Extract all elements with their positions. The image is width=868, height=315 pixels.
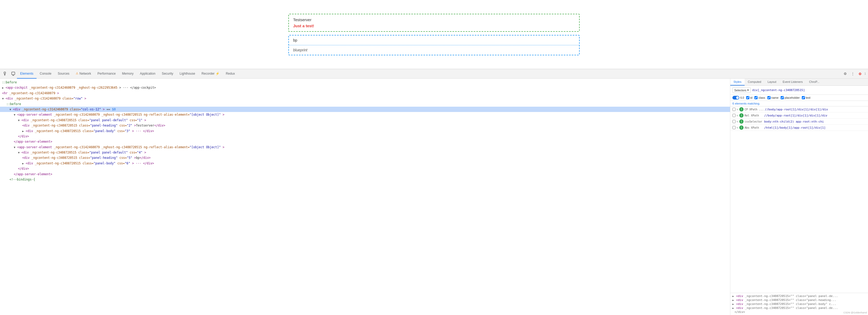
result-2-type: Rel XPath: [745, 114, 763, 117]
dom-line[interactable]: ▼ <app-server-element _ngcontent-ng-c314…: [0, 145, 730, 150]
dom-line[interactable]: </div>: [0, 134, 730, 139]
tab-layout-label: Layout: [768, 80, 776, 84]
result-3-checkbox[interactable]: [733, 120, 736, 123]
dom-line-selected[interactable]: ▼ <div _ngcontent-ng-c3142460079 class="…: [0, 107, 730, 112]
expand-triangle-icon[interactable]: ▶: [22, 130, 24, 133]
device-toolbar-button[interactable]: [9, 70, 17, 77]
expand-triangle-icon[interactable]: ▶: [733, 299, 734, 302]
dom-line[interactable]: </div>: [0, 166, 730, 171]
filter-placeholder: placeholder: [781, 96, 800, 99]
result-2-value: //body/app-root[1]/div[1]/div[1]/div: [764, 114, 827, 117]
expand-triangle-icon[interactable]: ▼: [18, 151, 20, 154]
dom-line[interactable]: ::before: [0, 80, 730, 85]
tab-event-listeners[interactable]: Event Listeners: [780, 78, 806, 86]
tab-redux-label: Redux: [226, 72, 235, 75]
filter-class-label: class: [758, 96, 765, 99]
edit-icon[interactable]: ✎: [737, 120, 738, 123]
dom-pseudo-before: ::before: [2, 81, 17, 84]
result-4-badge: 1: [739, 125, 744, 130]
dom-line[interactable]: <div _ngcontent-ng-c3408720515 class="pa…: [0, 155, 730, 160]
selectors-dropdown[interactable]: Selectors ▾: [733, 87, 751, 93]
tab-chrop-label: ChroP...: [809, 80, 819, 84]
tab-chrop[interactable]: ChroP...: [806, 78, 823, 86]
toggle-label: 6.0: [740, 96, 744, 99]
filter-class-checkbox[interactable]: [754, 96, 757, 99]
expand-triangle-icon[interactable]: ▶: [2, 86, 4, 89]
tab-security[interactable]: Security: [159, 69, 176, 78]
dom-sub-line[interactable]: ▶ <div _ngcontent-ng-c3408720515="" clas…: [730, 298, 868, 302]
devtools-body: ::before ▶ <app-cockpit _ngcontent-ng-c3…: [0, 78, 868, 315]
card-bp-top: bp: [289, 35, 579, 45]
expand-triangle-icon[interactable]: ▶: [733, 295, 734, 297]
tab-performance[interactable]: Performance: [94, 69, 119, 78]
dom-line[interactable]: ▼ <app-server-element _ngcontent-ng-c314…: [0, 112, 730, 117]
dom-line[interactable]: <!--bindings-{: [0, 177, 730, 182]
edit-icon[interactable]: ✎: [737, 114, 738, 117]
tab-redux[interactable]: Redux: [223, 69, 238, 78]
tab-elements[interactable]: Elements: [17, 69, 36, 78]
expand-triangle-icon[interactable]: ▼: [14, 113, 16, 116]
edit-icon[interactable]: ✎: [737, 126, 738, 129]
dom-sub-line[interactable]: ▶ <div _ngcontent-ng-c3408720515="" clas…: [730, 302, 868, 306]
result-1-checkbox[interactable]: [733, 108, 736, 111]
result-row-3[interactable]: ✎ 1 cssSelector body:nth-child(2) app-ro…: [730, 119, 868, 125]
expand-triangle-icon[interactable]: ▶: [22, 162, 24, 165]
dom-line[interactable]: ▶ <div _ngcontent-ng-c3408720515 class="…: [0, 161, 730, 166]
result-row-2[interactable]: ✎ 1 Rel XPath //body/app-root[1]/div[1]/…: [730, 113, 868, 119]
expand-triangle-icon[interactable]: ▼: [14, 146, 16, 149]
tab-sources-label: Sources: [58, 72, 69, 75]
tab-memory[interactable]: Memory: [119, 69, 136, 78]
result-3-type: cssSelector: [745, 120, 763, 123]
settings-button[interactable]: ⚙: [841, 70, 849, 77]
expand-triangle-icon[interactable]: ▶: [733, 303, 734, 306]
selector-input[interactable]: [752, 88, 866, 92]
tab-styles[interactable]: Styles: [730, 78, 745, 86]
more-tools-button[interactable]: ⋮: [849, 70, 856, 77]
expand-triangle-icon[interactable]: ▼: [18, 119, 20, 122]
tab-sources[interactable]: Sources: [55, 69, 72, 78]
tab-console-label: Console: [40, 72, 51, 75]
toggle-switch[interactable]: [733, 96, 739, 99]
inspect-element-button[interactable]: [2, 70, 9, 77]
dom-line[interactable]: <div _ngcontent-ng-c3408720515 class="pa…: [0, 123, 730, 128]
filter-placeholder-checkbox[interactable]: [781, 96, 784, 99]
tab-layout[interactable]: Layout: [765, 78, 780, 86]
close-devtools-button[interactable]: [856, 70, 864, 77]
dom-panel[interactable]: ::before ▶ <app-cockpit _ngcontent-ng-c3…: [0, 78, 730, 315]
tab-network[interactable]: ⚠ Network: [72, 69, 94, 78]
filter-name-checkbox[interactable]: [767, 96, 771, 99]
devtools-toolbar: Elements Console Sources ⚠ Network Perfo…: [0, 69, 868, 78]
filter-id-checkbox[interactable]: [746, 96, 749, 99]
expand-triangle-icon[interactable]: ▼: [2, 97, 4, 100]
card-testserver-subtitle: Just a test!: [293, 24, 575, 28]
dom-line[interactable]: ::before: [0, 101, 730, 107]
tab-recorder[interactable]: Recorder ⚡: [198, 69, 223, 78]
filter-text-checkbox[interactable]: [802, 96, 805, 99]
dom-line[interactable]: ▼ <div _ngcontent-ng-c3408720515 class="…: [0, 118, 730, 123]
result-2-checkbox[interactable]: [733, 114, 736, 117]
edit-icon[interactable]: ✎: [737, 108, 738, 111]
dom-line[interactable]: ▼ <div _ngcontent-ng-c3408720515 class="…: [0, 150, 730, 155]
dom-line[interactable]: </app-server-element>: [0, 171, 730, 177]
result-row-1[interactable]: ✎ 1 CP XPath ... //body/app-root[1]/div[…: [730, 106, 868, 113]
selector-bar: Selectors ▾: [730, 86, 868, 95]
tab-console[interactable]: Console: [36, 69, 55, 78]
dom-line[interactable]: ▶ <div _ngcontent-ng-c3408720515 class="…: [0, 128, 730, 134]
expand-triangle-icon[interactable]: ▶: [733, 307, 734, 309]
dom-sub-line[interactable]: ▶ <div _ngcontent-ng-c3408720515="" clas…: [730, 294, 868, 298]
dom-line[interactable]: <hr _ngcontent-ng-c3142460079 >: [0, 91, 730, 96]
tab-application[interactable]: Application: [136, 69, 159, 78]
toggle-container: 6.0: [733, 96, 744, 99]
result-row-4[interactable]: ✎ 1 Abs XPath /html[1]/body[1]/app-root[…: [730, 125, 868, 131]
svg-rect-3: [12, 72, 15, 75]
expand-triangle-icon[interactable]: ▼: [9, 108, 11, 111]
tab-lighthouse[interactable]: Lighthouse: [176, 69, 198, 78]
dom-line[interactable]: ▼ <div _ngcontent-ng-c3142460079 class="…: [0, 96, 730, 101]
tab-application-label: Application: [140, 72, 155, 75]
network-warning-icon: ⚠: [76, 72, 79, 75]
result-4-checkbox[interactable]: [733, 126, 736, 129]
dom-line[interactable]: ▶ <app-cockpit _ngcontent-ng-c3142460079…: [0, 85, 730, 90]
dom-line[interactable]: </app-server-element>: [0, 139, 730, 144]
tab-computed[interactable]: Computed: [745, 78, 765, 86]
dom-sub-line[interactable]: ▶ <div _ngcontent-ng-c3408720515="" clas…: [730, 306, 868, 310]
